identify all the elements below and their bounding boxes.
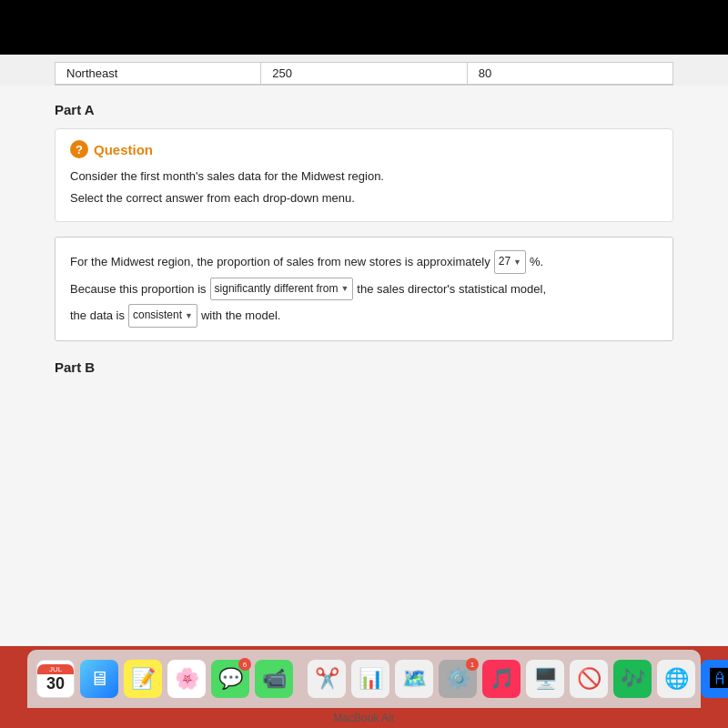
- dock-item-editor[interactable]: ✂️: [308, 660, 346, 698]
- settings-badge: 1: [466, 658, 479, 671]
- dock-item-keynote[interactable]: 🖥️: [526, 660, 564, 698]
- data-consistency-dropdown[interactable]: consistent ▼: [128, 304, 197, 328]
- dock-item-browser[interactable]: 🌐: [657, 660, 695, 698]
- answer-line3-pre: the data is: [70, 305, 125, 326]
- proportion-value: 27: [499, 252, 511, 272]
- consistency-value: consistent: [133, 306, 182, 326]
- dock-item-maps[interactable]: 🗺️: [395, 660, 433, 698]
- question-icon: ?: [70, 140, 88, 158]
- dock-item-notes[interactable]: 📝: [124, 660, 162, 698]
- question-title: Question: [94, 142, 153, 157]
- macbook-label: MacBook Air: [0, 708, 728, 728]
- dock-item-messages[interactable]: 💬 6: [211, 660, 249, 698]
- question-line2: Select the correct answer from each drop…: [70, 189, 658, 207]
- content-area: Part A ? Question Consider the first mon…: [0, 86, 728, 646]
- calendar-date: 30: [46, 674, 65, 693]
- messages-badge: 6: [238, 658, 251, 671]
- answer-line2-post: the sales director's statistical model,: [357, 278, 546, 299]
- black-top-bar: [0, 0, 728, 55]
- proportion-dropdown[interactable]: 27 ▼: [494, 250, 526, 274]
- screen-area: Northeast 250 80 Part A ? Question Consi…: [0, 55, 728, 646]
- dock-item-music[interactable]: 🎵: [482, 660, 521, 698]
- proportion-arrow: ▼: [513, 255, 521, 269]
- answer-line2-pre: Because this proportion is: [70, 278, 207, 299]
- consistency-arrow: ▼: [185, 308, 193, 323]
- dock-item-calendar[interactable]: JUL 30: [36, 660, 75, 698]
- answer-line-2: Because this proportion is significantly…: [70, 278, 658, 301]
- question-line1: Consider the first month's sales data fo…: [70, 167, 658, 186]
- table-cell-region: Northeast: [56, 63, 261, 84]
- table-row: Northeast 250 80: [56, 63, 672, 85]
- part-a-label: Part A: [55, 102, 673, 117]
- dock-item-appstore[interactable]: 🅰 1: [701, 660, 728, 698]
- answer-line-1: For the Midwest region, the proportion o…: [70, 250, 658, 274]
- answer-line1-pre: For the Midwest region, the proportion o…: [70, 251, 490, 272]
- dock-item-settings[interactable]: ⚙️ 1: [439, 660, 477, 698]
- dock-item-numbers[interactable]: 📊: [351, 660, 389, 698]
- table-cell-col3: 80: [468, 63, 672, 84]
- dock-item-spotify[interactable]: 🎶: [613, 660, 652, 698]
- dock-item-finder[interactable]: 🖥: [80, 660, 118, 698]
- question-header: ? Question: [70, 140, 658, 158]
- table-cell-col2: 250: [261, 63, 467, 84]
- answer-line3-post: with the model.: [201, 305, 280, 326]
- dock-item-news[interactable]: 🚫: [570, 660, 608, 698]
- macbook-bottom: JUL 30 🖥 📝 🌸 💬 6 📹 ✂️ 📊 🗺️ ⚙️ 1 🎵: [0, 646, 728, 728]
- answer-line-3: the data is consistent ▼ with the model.: [70, 304, 658, 328]
- answer-line1-post: %.: [530, 251, 543, 272]
- proportion-comparison-dropdown[interactable]: significantly different from ▼: [210, 278, 354, 301]
- dock-area: JUL 30 🖥 📝 🌸 💬 6 📹 ✂️ 📊 🗺️ ⚙️ 1 🎵: [27, 650, 701, 708]
- comparison-arrow: ▼: [340, 281, 349, 296]
- table-area: Northeast 250 80: [55, 62, 673, 86]
- comparison-value: significantly different from: [215, 279, 339, 299]
- answer-box: For the Midwest region, the proportion o…: [55, 237, 673, 341]
- dock-item-facetime[interactable]: 📹: [255, 660, 293, 698]
- question-box: ? Question Consider the first month's sa…: [55, 128, 673, 222]
- part-b-label: Part B: [55, 359, 673, 375]
- calendar-month: JUL: [37, 664, 74, 674]
- dock-item-photos[interactable]: 🌸: [167, 660, 206, 698]
